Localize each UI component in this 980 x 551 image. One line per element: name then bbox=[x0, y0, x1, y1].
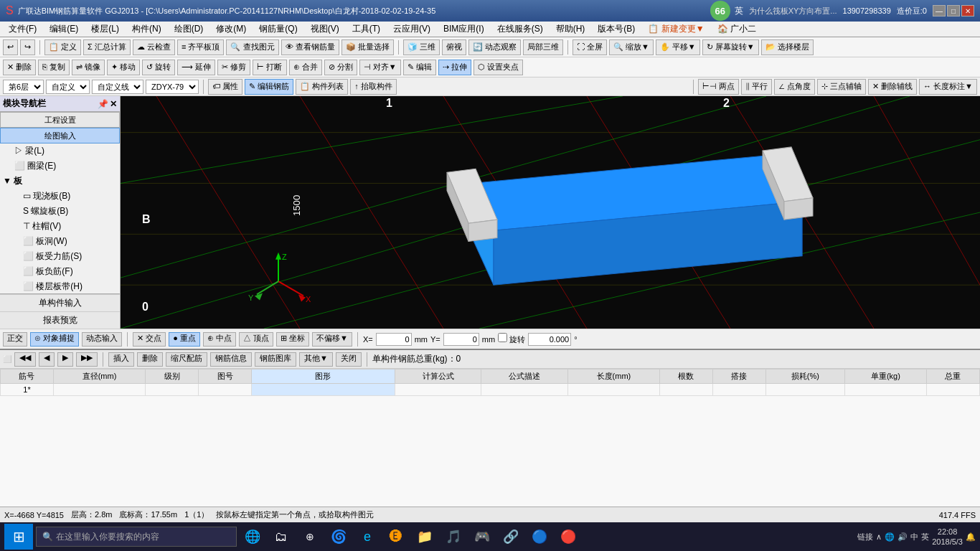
snap-mid[interactable]: ⊕ 中点 bbox=[203, 332, 236, 347]
sidebar-close-icon[interactable]: ✕ bbox=[110, 99, 117, 109]
lang-area[interactable]: 英 bbox=[735, 5, 743, 17]
toolbar-dynamic[interactable]: 🔄 动态观察 bbox=[468, 39, 521, 55]
toolbar-set-grip[interactable]: ⬡ 设置夹点 bbox=[473, 60, 523, 75]
task-icon-11[interactable]: 🔵 bbox=[527, 524, 552, 550]
toolbar-batch[interactable]: 📦 批量选择 bbox=[341, 39, 394, 55]
rotate-input[interactable] bbox=[528, 333, 571, 346]
panel-last[interactable]: ▶▶ bbox=[76, 352, 98, 367]
toolbar-view-rebar[interactable]: 👁 查看钢筋量 bbox=[281, 39, 339, 55]
panel-delete[interactable]: 删除 bbox=[137, 352, 163, 367]
toolbar-screen-rotate[interactable]: ↻ 屏幕旋转▼ bbox=[702, 39, 759, 55]
rotate-checkbox[interactable] bbox=[498, 333, 507, 342]
sidebar-item-col-cap[interactable]: ⊤ 柱帽(V) bbox=[0, 219, 120, 234]
menu-edit[interactable]: 编辑(E) bbox=[44, 22, 84, 37]
toolbar-fullscreen[interactable]: ⛶ 全屏 bbox=[573, 39, 607, 55]
toolbar-copy[interactable]: ⎘ 复制 bbox=[38, 60, 70, 75]
toolbar-rotate[interactable]: ↺ 旋转 bbox=[142, 60, 175, 75]
toolbar-stretch[interactable]: ⇢ 拉伸 bbox=[438, 60, 471, 75]
task-icon-6[interactable]: 🅔 bbox=[383, 524, 409, 550]
panel-other[interactable]: 其他▼ bbox=[299, 352, 333, 367]
task-icon-8[interactable]: 🎵 bbox=[440, 524, 466, 550]
menu-online[interactable]: 在线服务(S) bbox=[491, 22, 549, 37]
menu-floor[interactable]: 楼层(L) bbox=[85, 22, 125, 37]
maximize-button[interactable]: □ bbox=[947, 5, 960, 17]
sidebar-btn-draw[interactable]: 绘图输入 bbox=[0, 128, 120, 143]
toolbar-move[interactable]: ✦ 移动 bbox=[107, 60, 140, 75]
menu-draw[interactable]: 绘图(D) bbox=[169, 22, 209, 37]
snap-object[interactable]: ⊙ 对象捕捉 bbox=[30, 332, 79, 347]
toolbar-redo[interactable]: ↪ bbox=[20, 39, 35, 55]
task-icon-3[interactable]: ⊕ bbox=[297, 524, 323, 550]
tray-notification[interactable]: 🔔 bbox=[966, 532, 976, 542]
toolbar-flat-top[interactable]: ≡ 齐平板顶 bbox=[177, 39, 224, 55]
snap-coord[interactable]: ⊞ 坐标 bbox=[276, 332, 309, 347]
sidebar-single-input[interactable]: 单构件输入 bbox=[0, 294, 120, 311]
sidebar-btn-settings[interactable]: 工程设置 bbox=[0, 112, 120, 128]
task-icon-7[interactable]: 📁 bbox=[412, 524, 438, 550]
toolbar-three-aux[interactable]: ⊹ 三点辅轴 bbox=[817, 79, 866, 95]
toolbar-two-point[interactable]: ⊢⊣ 两点 bbox=[698, 79, 739, 95]
layer-select[interactable]: 第6层 bbox=[3, 80, 44, 94]
sidebar-item-slab-rebar[interactable]: ⬜ 板受力筋(S) bbox=[0, 249, 120, 264]
menu-cloud[interactable]: 云应用(V) bbox=[387, 22, 436, 37]
search-bar[interactable]: 🔍 在这里输入你要搜索的内容 bbox=[36, 527, 237, 547]
toolbar-define[interactable]: 📋 定义 bbox=[44, 39, 81, 55]
task-icon-10[interactable]: 🔗 bbox=[498, 524, 524, 550]
snap-dynamic[interactable]: 动态输入 bbox=[82, 332, 122, 347]
menu-modify[interactable]: 修改(M) bbox=[210, 22, 252, 37]
panel-scale[interactable]: 缩尺配筋 bbox=[166, 352, 207, 367]
snap-orthogonal[interactable]: 正交 bbox=[3, 332, 27, 347]
toolbar-merge[interactable]: ⊕ 合并 bbox=[289, 60, 322, 75]
panel-rebar-lib[interactable]: 钢筋图库 bbox=[255, 352, 296, 367]
toolbar-parallel[interactable]: ∥ 平行 bbox=[741, 79, 772, 95]
toolbar-find[interactable]: 🔍 查找图元 bbox=[226, 39, 278, 55]
menu-rebar[interactable]: 钢筋量(Q) bbox=[253, 22, 303, 37]
sidebar-item-ring-beam[interactable]: ⬜ 圈梁(E) bbox=[0, 159, 120, 174]
toolbar-align[interactable]: ⊣ 对齐▼ bbox=[359, 60, 401, 75]
toolbar-component-list[interactable]: 📋 构件列表 bbox=[296, 79, 348, 95]
toolbar-undo[interactable]: ↩ bbox=[3, 39, 18, 55]
sidebar-item-slab-neg[interactable]: ⬜ 板负筋(F) bbox=[0, 264, 120, 279]
start-button[interactable]: ⊞ bbox=[4, 524, 33, 550]
sidebar-item-slab-hole[interactable]: ⬜ 板洞(W) bbox=[0, 234, 120, 249]
toolbar-local-3d[interactable]: 局部三维 bbox=[523, 39, 563, 55]
toolbar-break[interactable]: ⊢ 打断 bbox=[253, 60, 286, 75]
snap-no-offset[interactable]: 不偏移▼ bbox=[312, 332, 352, 347]
sidebar-item-floor-band[interactable]: ⬜ 楼层板带(H) bbox=[0, 279, 120, 293]
sidebar-pin-icon[interactable]: 📌 bbox=[98, 99, 108, 109]
panel-next[interactable]: ▶ bbox=[57, 352, 73, 367]
snap-vertex[interactable]: △ 顶点 bbox=[239, 332, 273, 347]
toolbar-extend[interactable]: ⟶ 延伸 bbox=[177, 60, 215, 75]
task-icon-2[interactable]: 🗂 bbox=[268, 524, 294, 550]
panel-close[interactable]: 关闭 bbox=[336, 352, 362, 367]
toolbar-angle-point[interactable]: ∠ 点角度 bbox=[774, 79, 815, 95]
snap-midpoint[interactable]: ● 重点 bbox=[169, 332, 200, 347]
tray-ime-zh[interactable]: 中 bbox=[910, 532, 918, 542]
panel-rebar-info[interactable]: 钢筋信息 bbox=[210, 352, 252, 367]
menu-new-change[interactable]: 📋 新建变更▼ bbox=[642, 22, 710, 37]
tray-ime-en[interactable]: 英 bbox=[921, 532, 929, 542]
minimize-button[interactable]: — bbox=[933, 5, 946, 17]
menu-version[interactable]: 版本号(B) bbox=[592, 22, 641, 37]
menu-tools[interactable]: 工具(T) bbox=[347, 22, 386, 37]
toolbar-pan[interactable]: ✋ 平移▼ bbox=[656, 39, 700, 55]
toolbar-del-aux[interactable]: ✕ 删除辅线 bbox=[868, 79, 917, 95]
task-icon-5[interactable]: e bbox=[354, 524, 380, 550]
toolbar-property[interactable]: 🏷 属性 bbox=[208, 79, 242, 95]
snap-intersection[interactable]: ✕ 交点 bbox=[133, 332, 166, 347]
toolbar-dim[interactable]: ↔ 长度标注▼ bbox=[919, 79, 977, 95]
tray-expand[interactable]: ∧ bbox=[876, 532, 882, 542]
mode-select[interactable]: 自定义 bbox=[46, 80, 90, 94]
toolbar-delete[interactable]: ✕ 删除 bbox=[3, 60, 36, 75]
sidebar-item-cast-slab[interactable]: ▭ 现浇板(B) bbox=[0, 189, 120, 204]
panel-prev[interactable]: ◀ bbox=[39, 352, 55, 367]
toolbar-top-view[interactable]: 俯视 bbox=[442, 39, 466, 55]
toolbar-edit-rebar[interactable]: ✎ 编辑钢筋 bbox=[245, 79, 293, 95]
task-icon-1[interactable]: 🌐 bbox=[240, 524, 265, 550]
task-icon-12[interactable]: 🔴 bbox=[555, 524, 581, 550]
panel-first[interactable]: ◀◀ bbox=[14, 352, 36, 367]
code-select[interactable]: ZDYX-79 bbox=[146, 80, 199, 94]
sidebar-report[interactable]: 报表预览 bbox=[0, 311, 120, 329]
toolbar-split[interactable]: ⊘ 分割 bbox=[324, 60, 357, 75]
menu-component[interactable]: 构件(N) bbox=[126, 22, 167, 37]
